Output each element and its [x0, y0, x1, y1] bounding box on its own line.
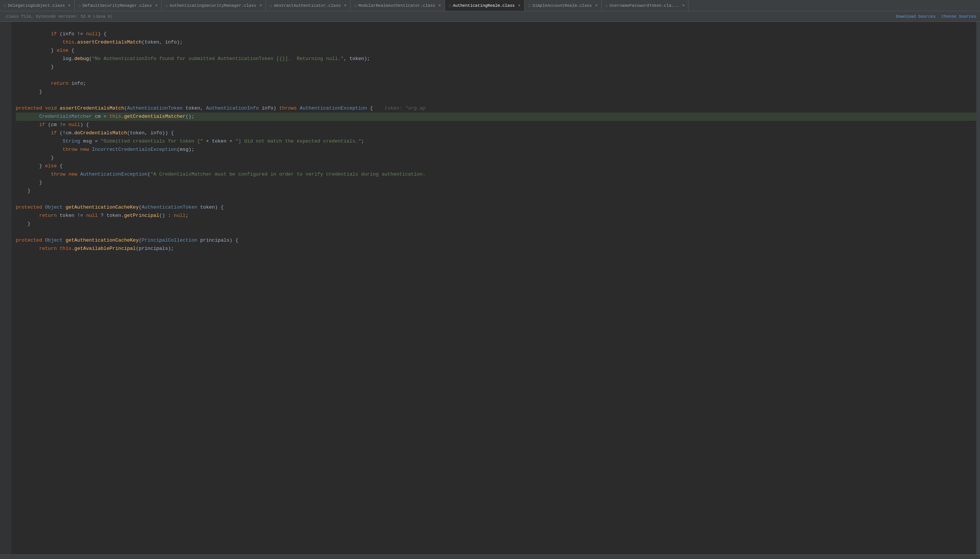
gutter-cell	[0, 179, 11, 187]
tab-authenticatingsecurity[interactable]: ◌ AuthenticatingSecurityManager.class ✕	[162, 0, 266, 11]
code-line: }	[16, 154, 976, 162]
gutter-cell	[0, 237, 11, 245]
gutter-cell	[0, 63, 11, 71]
tab-label-authenticatingrealm: AuthenticatingRealm.class	[453, 3, 515, 8]
horizontal-scrollbar[interactable]	[0, 554, 980, 559]
code-area: if (info != null) { this.assertCredentia…	[0, 22, 980, 554]
code-line: return this.getAvailablePrincipal(princi…	[16, 245, 976, 253]
action-bar-right: Download Sources Choose Sources	[896, 14, 976, 19]
code-line: } else {	[16, 46, 976, 55]
gutter-cell	[0, 79, 11, 88]
gutter-cell	[0, 38, 11, 46]
action-bar: .class file, bytecode version: 52.0 (Jav…	[0, 11, 980, 22]
gutter-cell	[0, 88, 11, 96]
choose-sources-link[interactable]: Choose Sources	[942, 14, 976, 19]
tab-delegating[interactable]: ◌ DelegatingSubject.class ✕	[0, 0, 75, 11]
code-line: protected Object getAuthenticationCacheK…	[16, 237, 976, 245]
tab-usernamepassword[interactable]: ◌ UsernamePasswordToken.cla... ✕	[602, 0, 689, 11]
tab-label-usernamepassword: UsernamePasswordToken.cla...	[610, 3, 679, 8]
code-line	[16, 96, 976, 104]
gutter-cell	[0, 96, 11, 104]
gutter-cell	[0, 104, 11, 112]
gutter-cell	[0, 30, 11, 38]
code-line: return info;	[16, 79, 976, 88]
tab-label-simpleaccount: SimpleAccountRealm.class	[532, 3, 592, 8]
code-line: }	[16, 179, 976, 187]
code-line: throw new IncorrectCredentialsException(…	[16, 146, 976, 154]
gutter-cell	[0, 146, 11, 154]
tab-label-delegating: DelegatingSubject.class	[8, 3, 65, 8]
code-line-highlighted: CredentialsMatcher cm = this.getCredenti…	[16, 112, 976, 121]
tab-close-abstractauth[interactable]: ✕	[344, 4, 346, 8]
tab-icon-modularrealm: ◌	[354, 3, 357, 8]
tab-close-delegating[interactable]: ✕	[68, 4, 71, 8]
tab-close-authenticatingrealm[interactable]: ✕	[518, 4, 521, 8]
gutter-cell	[0, 195, 11, 203]
tab-close-authenticatingsecurity[interactable]: ✕	[259, 4, 262, 8]
vertical-scrollbar[interactable]	[976, 22, 980, 554]
code-content[interactable]: if (info != null) { this.assertCredentia…	[11, 22, 976, 554]
code-line: throw new AuthenticationException("A Cre…	[16, 170, 976, 179]
tab-close-defaultsecurity[interactable]: ✕	[155, 4, 158, 8]
code-line: }	[16, 63, 976, 71]
tab-authenticatingrealm[interactable]: ◌ AuthenticatingRealm.class ✕	[445, 0, 524, 11]
gutter-cell	[0, 112, 11, 121]
gutter-cell	[0, 154, 11, 162]
tab-icon-authenticatingrealm: ◌	[449, 3, 451, 8]
gutter-cell	[0, 187, 11, 195]
editor-container: if (info != null) { this.assertCredentia…	[0, 22, 980, 559]
tab-modularrealm[interactable]: ◌ ModularRealmAuthenticator.class ✕	[350, 0, 445, 11]
gutter-cell	[0, 203, 11, 212]
gutter-cell	[0, 212, 11, 220]
tab-label-defaultsecurity: DefaultSecurityManager.class	[83, 3, 152, 8]
code-line: protected void assertCredentialsMatch(Au…	[16, 104, 976, 112]
tab-icon-abstractauth: ◌	[270, 3, 272, 8]
tab-close-usernamepassword[interactable]: ✕	[682, 4, 684, 8]
code-line: log.debug("No AuthenticationInfo found f…	[16, 55, 976, 63]
code-line: } else {	[16, 162, 976, 170]
tab-label-abstractauth: AbstractAuthenticator.class	[274, 3, 340, 8]
tab-icon-usernamepassword: ◌	[606, 3, 608, 8]
code-line: }	[16, 88, 976, 96]
code-line: String msg = "Submitted credentials for …	[16, 137, 976, 146]
tab-icon-authenticatingsecurity: ◌	[165, 3, 168, 8]
tab-simpleaccount[interactable]: ◌ SimpleAccountRealm.class ✕	[524, 0, 602, 11]
gutter	[0, 22, 11, 554]
gutter-cell	[0, 162, 11, 170]
code-line: if (info != null) {	[16, 30, 976, 38]
gutter-cell	[0, 228, 11, 237]
tab-label-modularrealm: ModularRealmAuthenticator.class	[358, 3, 435, 8]
code-line: protected Object getAuthenticationCacheK…	[16, 203, 976, 212]
tab-abstractauth[interactable]: ◌ AbstractAuthenticator.class ✕	[266, 0, 350, 11]
gutter-cell	[0, 55, 11, 63]
gutter-cell	[0, 71, 11, 79]
gutter-cell	[0, 22, 11, 30]
code-line: return token != null ? token.getPrincipa…	[16, 212, 976, 220]
bytecode-info: .class file, bytecode version: 52.0 (Jav…	[4, 14, 112, 19]
tab-defaultsecurity[interactable]: ◌ DefaultSecurityManager.class ✕	[75, 0, 162, 11]
tab-icon-defaultsecurity: ◌	[78, 3, 81, 8]
gutter-cell	[0, 129, 11, 137]
tab-icon-delegating: ◌	[4, 3, 6, 8]
code-line: }	[16, 220, 976, 228]
code-line	[16, 228, 976, 237]
code-line: }	[16, 187, 976, 195]
code-line	[16, 71, 976, 79]
gutter-cell	[0, 137, 11, 146]
gutter-cell	[0, 46, 11, 55]
code-line: if (!cm.doCredentialsMatch(token, info))…	[16, 129, 976, 137]
code-line: if (cm != null) {	[16, 121, 976, 129]
code-line: this.assertCredentialsMatch(token, info)…	[16, 38, 976, 46]
tab-icon-simpleaccount: ◌	[528, 3, 530, 8]
download-sources-link[interactable]: Download Sources	[896, 14, 936, 19]
gutter-cell	[0, 170, 11, 179]
code-line	[16, 195, 976, 203]
tab-close-modularrealm[interactable]: ✕	[439, 4, 441, 8]
gutter-cell	[0, 121, 11, 129]
code-line	[16, 22, 976, 30]
tab-close-simpleaccount[interactable]: ✕	[595, 4, 597, 8]
gutter-cell	[0, 220, 11, 228]
tab-label-authenticatingsecurity: AuthenticatingSecurityManager.class	[170, 3, 256, 8]
tab-bar: ◌ DelegatingSubject.class ✕ ◌ DefaultSec…	[0, 0, 980, 11]
